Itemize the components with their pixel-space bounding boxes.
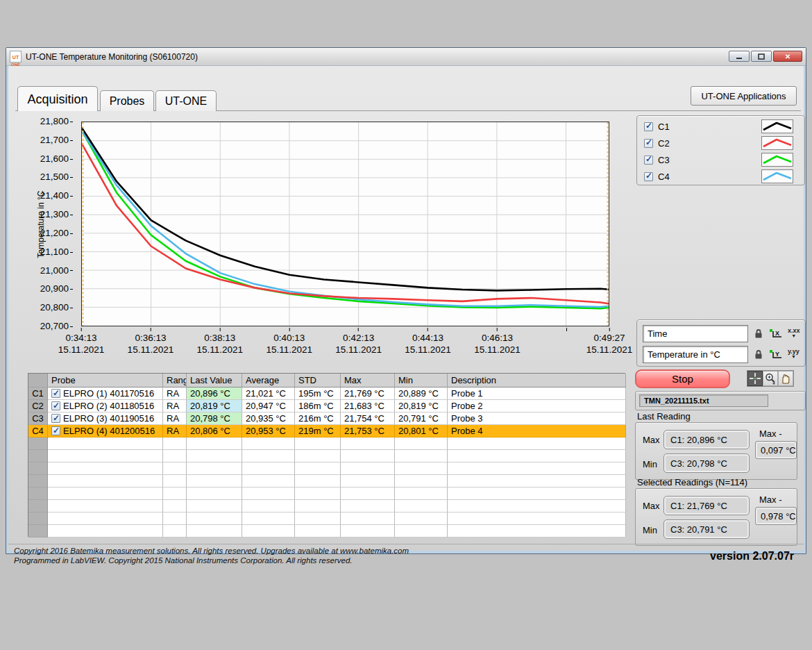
- table-row-c1[interactable]: C1✓ELPRO (1) 401170516RA20,896 °C21,021 …: [28, 388, 625, 400]
- chart-legend: ✓C1✓C2✓C3✓C4: [636, 115, 805, 185]
- legend-checkbox-c2[interactable]: ✓: [644, 139, 653, 148]
- cell-min: 20,819 °C: [395, 400, 448, 412]
- svg-text:X: X: [775, 330, 779, 337]
- column-header-std[interactable]: STD: [295, 374, 341, 388]
- cell-avg: [242, 475, 295, 488]
- y-tick-label: 21,100: [26, 247, 73, 258]
- cell-last: [187, 525, 242, 538]
- column-header-last-value[interactable]: Last Value: [187, 374, 242, 388]
- x-tick-label: 0:36:1315.11.2021: [128, 328, 174, 356]
- legend-line-sample[interactable]: [761, 119, 793, 133]
- maximize-button[interactable]: [751, 51, 772, 62]
- tab-ut-one[interactable]: UT-ONE: [155, 90, 217, 111]
- probe-checkbox-c1[interactable]: ✓: [51, 389, 60, 398]
- cursor-tool-button[interactable]: [747, 371, 763, 386]
- legend-line-sample[interactable]: [761, 136, 793, 150]
- log-file-panel: TMN_20211115.txt: [635, 391, 806, 410]
- cell-desc: [448, 500, 626, 512]
- cell-probe: ✓ELPRO (1) 401170516: [48, 388, 163, 400]
- minimize-button[interactable]: [729, 51, 750, 62]
- cell-last: [187, 438, 242, 450]
- last-reading-panel: Max C1: 20,896 °C Min C3: 20,798 °C Max …: [635, 422, 797, 480]
- main-panel: AcquisitionProbesUT-ONE UT-ONE Applicati…: [8, 66, 804, 551]
- table-row-c2[interactable]: C2✓ELPRO (2) 401180516RA20,819 °C20,947 …: [28, 400, 625, 412]
- cell-std: [295, 525, 341, 538]
- y-tick-label: 21,300: [26, 209, 73, 220]
- cell-desc: [448, 475, 626, 488]
- legend-checkbox-c4[interactable]: ✓: [644, 172, 653, 181]
- cell-range: [163, 438, 187, 450]
- y-tick-label: 21,600: [26, 153, 73, 165]
- table-row-empty[interactable]: [28, 488, 625, 500]
- legend-checkbox-c1[interactable]: ✓: [644, 122, 653, 131]
- x-format-icon[interactable]: x.xx ▼: [788, 328, 800, 339]
- x-axis-name-input[interactable]: [643, 325, 748, 342]
- tab-probes[interactable]: Probes: [100, 90, 154, 111]
- table-row-empty[interactable]: [28, 462, 625, 475]
- legend-item-c1: ✓C1: [644, 119, 799, 133]
- ut-one-applications-button[interactable]: UT-ONE Applications: [691, 86, 797, 106]
- column-header-description[interactable]: Description: [448, 374, 626, 388]
- table-row-empty[interactable]: [28, 512, 625, 525]
- table-row-empty[interactable]: [28, 500, 625, 512]
- cell-id: C2: [28, 400, 48, 412]
- cell-min: [395, 500, 448, 512]
- title-bar[interactable]: UT ONE UT-ONE Temperature Monitoring (S0…: [6, 48, 806, 66]
- graph-palette: [747, 370, 794, 387]
- y-autoscale-icon[interactable]: Y: [769, 349, 782, 360]
- y-axis-lock-icon[interactable]: [754, 349, 763, 359]
- x-axis-lock-icon[interactable]: [754, 328, 763, 338]
- cell-id: [28, 512, 48, 525]
- y-axis-name-input[interactable]: [643, 346, 748, 363]
- table-row-c4[interactable]: C4✓ELPRO (4) 401200516RA20,806 °C20,953 …: [28, 425, 625, 438]
- column-header-max[interactable]: Max: [341, 374, 395, 388]
- table-row-empty[interactable]: [28, 438, 625, 450]
- cell-desc: [448, 525, 626, 538]
- cell-avg: 21,021 °C: [242, 388, 295, 400]
- cell-avg: [242, 438, 295, 450]
- table-header-row: ProbeRangeLast ValueAverageSTDMaxMinDesc…: [28, 374, 625, 388]
- footer-divider: [8, 544, 804, 544]
- cell-min: [395, 488, 448, 500]
- x-autoscale-icon[interactable]: X: [769, 328, 782, 339]
- cell-min: [395, 462, 448, 475]
- probe-checkbox-c2[interactable]: ✓: [51, 401, 60, 410]
- column-header-probe[interactable]: Probe: [48, 374, 163, 388]
- table-row-empty[interactable]: [28, 525, 625, 538]
- close-button[interactable]: ✕: [773, 51, 802, 62]
- cell-id: [28, 525, 48, 538]
- legend-line-sample[interactable]: [761, 169, 793, 183]
- selected-readings-label: Selected Readings (N=114): [637, 477, 747, 488]
- y-format-icon[interactable]: y.yy ▼: [788, 349, 800, 360]
- column-header[interactable]: [28, 374, 48, 388]
- tab-acquisition[interactable]: Acquisition: [17, 86, 98, 111]
- column-header-average[interactable]: Average: [242, 374, 295, 388]
- cell-range: RA: [163, 412, 187, 425]
- cell-last: 20,798 °C: [187, 412, 242, 425]
- cell-max: [341, 462, 395, 475]
- stop-button[interactable]: Stop: [635, 369, 730, 388]
- legend-line-sample[interactable]: [761, 153, 793, 167]
- table-row-empty[interactable]: [28, 450, 625, 462]
- probe-checkbox-c4[interactable]: ✓: [51, 426, 60, 435]
- cell-avg: [242, 525, 295, 538]
- pan-tool-button[interactable]: [778, 371, 793, 386]
- zoom-tool-button[interactable]: [763, 371, 778, 386]
- table-row-c3[interactable]: C3✓ELPRO (3) 401190516RA20,798 °C20,935 …: [28, 412, 625, 425]
- version-text: version 2.07.07r: [710, 550, 794, 562]
- legend-checkbox-c3[interactable]: ✓: [644, 156, 653, 165]
- cell-desc: [448, 438, 626, 450]
- probe-checkbox-c3[interactable]: ✓: [51, 414, 60, 423]
- column-header-min[interactable]: Min: [395, 374, 448, 388]
- column-header-range[interactable]: Range: [163, 374, 187, 388]
- app-window: UT ONE UT-ONE Temperature Monitoring (S0…: [6, 47, 806, 554]
- x-tick-label: 0:34:1315.11.2021: [58, 328, 105, 356]
- probe-table[interactable]: ProbeRangeLast ValueAverageSTDMaxMinDesc…: [28, 373, 625, 537]
- legend-label: C1: [658, 122, 670, 132]
- temperature-chart[interactable]: [81, 122, 609, 326]
- last-reading-max-value: C1: 20,896 °C: [663, 430, 750, 449]
- svg-text:Y: Y: [775, 351, 779, 358]
- cell-min: [395, 512, 448, 525]
- cell-std: [295, 475, 341, 488]
- table-row-empty[interactable]: [28, 475, 625, 488]
